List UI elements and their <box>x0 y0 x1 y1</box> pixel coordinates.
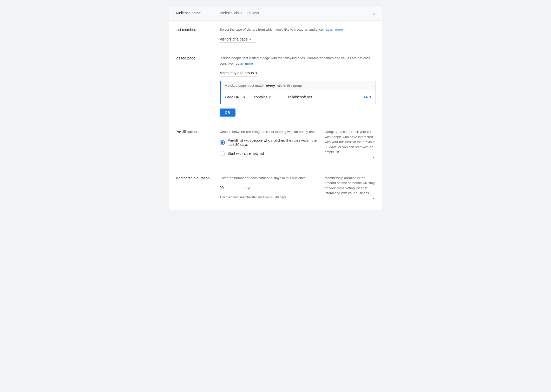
match-rule-dropdown-chevron-icon: ▾ <box>255 71 257 75</box>
list-members-learn-more-link[interactable]: Learn more <box>326 28 343 31</box>
prefill-aside: Google Ads can pre-fill your list with p… <box>318 129 376 163</box>
contains-dropdown[interactable]: contains ▾ <box>254 93 285 101</box>
list-members-description: Select the type of visitors from which y… <box>220 27 376 32</box>
list-members-label: List members <box>175 27 220 32</box>
visited-page-learn-more-link[interactable]: Learn more <box>235 62 253 65</box>
list-members-content: Select the type of visitors from which y… <box>220 27 376 43</box>
prefill-options-label: Pre-fill options <box>175 129 220 134</box>
match-rule-dropdown[interactable]: Match any rule group ▾ <box>220 70 257 77</box>
duration-input-row: days <box>220 185 318 191</box>
membership-aside-text: Membership duration is the amount of tim… <box>325 175 376 196</box>
duration-unit-label: days <box>244 186 251 190</box>
prefill-options-description: Choose between pre-filling the list or s… <box>220 129 318 135</box>
audience-name-label: Audience name <box>175 11 220 15</box>
prefill-collapse-icon[interactable]: ⌃ <box>372 156 376 163</box>
membership-duration-content: Enter the number of days someone stays i… <box>220 175 318 199</box>
empty-radio-label: Start with an empty list <box>227 151 264 156</box>
url-value-input[interactable] <box>288 93 360 101</box>
prefill-options-content: Choose between pre-filling the list or s… <box>220 129 318 156</box>
audience-settings-card: Audience name Website Visits - 90 Days ⌄… <box>169 5 382 210</box>
rule-row: Page URL ▾ contains ▾ AND <box>221 90 375 104</box>
membership-duration-label: Membership duration <box>175 175 220 180</box>
page-url-dropdown-chevron-icon: ▾ <box>243 95 245 99</box>
audience-name-value: Website Visits - 90 Days <box>220 11 372 15</box>
membership-aside: Membership duration is the amount of tim… <box>318 175 376 204</box>
membership-duration-section: Membership duration Enter the number of … <box>169 169 382 210</box>
list-members-section: List members Select the type of visitors… <box>169 21 382 49</box>
visited-page-section: Visited page Include people that visited… <box>169 49 382 123</box>
rule-group-header: A visited page must match every rule in … <box>221 81 375 90</box>
prefill-radio-inner <box>221 141 224 144</box>
or-button[interactable]: OR <box>220 109 235 117</box>
visited-page-label: Visited page <box>175 56 220 60</box>
prefill-radio-group: Pre-fill list with people who matched th… <box>220 138 318 156</box>
rule-group-box: A visited page must match every rule in … <box>220 81 376 104</box>
prefill-radio-circle[interactable] <box>220 140 225 145</box>
visitors-dropdown-chevron-icon: ▾ <box>249 37 251 41</box>
visited-page-description: Include people that visited a page with … <box>220 56 376 66</box>
empty-radio-circle[interactable] <box>220 151 225 156</box>
prefill-aside-text: Google Ads can pre-fill your list with p… <box>325 129 376 155</box>
visited-page-content: Include people that visited a page with … <box>220 56 376 117</box>
prefill-options-section: Pre-fill options Choose between pre-fill… <box>169 123 382 169</box>
audience-name-chevron-icon[interactable]: ⌄ <box>372 10 376 16</box>
duration-days-input[interactable] <box>220 185 240 191</box>
prefill-radio-label: Pre-fill list with people who matched th… <box>227 138 318 147</box>
and-button[interactable]: AND <box>363 95 371 99</box>
membership-collapse-icon[interactable]: ⌃ <box>372 197 376 204</box>
contains-dropdown-chevron-icon: ▾ <box>269 95 271 99</box>
empty-radio-option[interactable]: Start with an empty list <box>220 151 318 156</box>
page-url-dropdown[interactable]: Page URL ▾ <box>225 93 251 101</box>
audience-name-section: Audience name Website Visits - 90 Days ⌄ <box>169 5 382 21</box>
visitors-dropdown[interactable]: Visitors of a page ▾ <box>220 36 256 43</box>
prefill-radio-option[interactable]: Pre-fill list with people who matched th… <box>220 138 318 147</box>
max-duration-note: The maximum membership duration is 540 d… <box>220 195 318 199</box>
membership-duration-description: Enter the number of days someone stays i… <box>220 175 318 181</box>
